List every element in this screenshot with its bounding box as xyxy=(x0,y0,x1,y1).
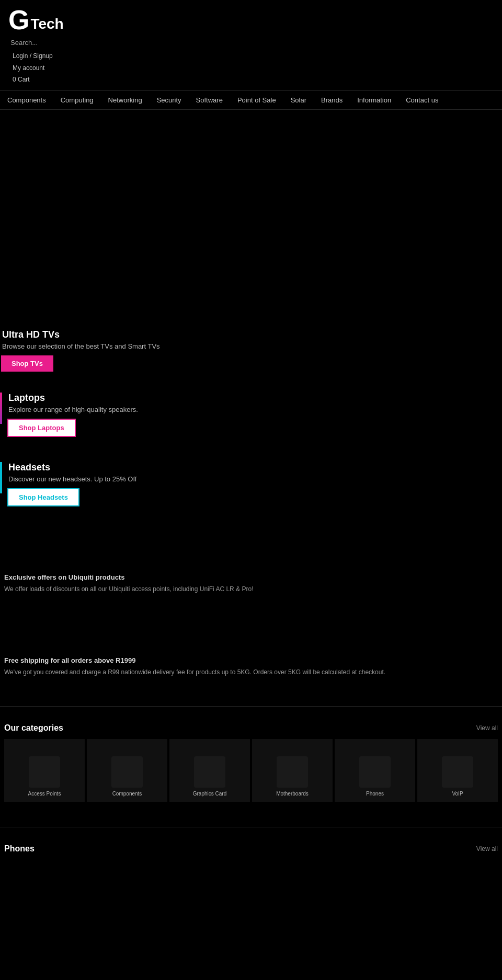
category-label-access-points: Access Points xyxy=(28,791,61,797)
nav-software[interactable]: Software xyxy=(189,94,230,106)
category-label-graphics-card: Graphics Card xyxy=(193,791,226,797)
category-voip[interactable]: VoIP xyxy=(417,739,498,802)
category-icon-voip xyxy=(442,756,473,788)
category-graphics-card[interactable]: Graphics Card xyxy=(169,739,250,802)
category-icon-access-points xyxy=(29,756,60,788)
categories-title: Our categories xyxy=(4,723,63,733)
nav-computing[interactable]: Computing xyxy=(53,94,101,106)
hero-banner xyxy=(0,110,502,319)
search-placeholder: Search... xyxy=(10,39,38,47)
promo-tvs-desc: Browse our selection of the best TVs and… xyxy=(1,342,502,350)
info-shipping-text: We've got you covered and charge a R99 n… xyxy=(4,667,498,677)
category-grid: Access Points Components Graphics Card M… xyxy=(4,739,498,802)
divider-2 xyxy=(0,827,502,827)
nav-solar[interactable]: Solar xyxy=(283,94,314,106)
categories-view-all[interactable]: View all xyxy=(476,724,498,732)
category-icon-phones xyxy=(359,756,391,788)
category-icon-motherboards xyxy=(277,756,308,788)
info-section: Exclusive offers on Ubiquiti products We… xyxy=(0,563,502,698)
divider-1 xyxy=(0,706,502,707)
info-image-spacer xyxy=(4,604,498,656)
promo-tvs-title: Ultra HD TVs xyxy=(1,329,502,340)
my-account-link[interactable]: My account xyxy=(13,63,494,74)
nav-contact-us[interactable]: Contact us xyxy=(398,94,446,106)
promo-headsets: Headsets Discover our new headsets. Up t… xyxy=(0,452,502,521)
shop-headsets-button[interactable]: Shop Headsets xyxy=(7,488,79,506)
logo-tech: Tech xyxy=(30,17,63,33)
spacer-1 xyxy=(0,521,502,563)
category-label-components: Components xyxy=(112,791,142,797)
logo-g: G xyxy=(8,6,29,33)
category-motherboards[interactable]: Motherboards xyxy=(252,739,333,802)
info-shipping-title: Free shipping for all orders above R1999 xyxy=(4,656,498,664)
shop-laptops-button[interactable]: Shop Laptops xyxy=(7,419,76,437)
header: G Tech Search... Login / Signup My accou… xyxy=(0,0,502,90)
logo: G Tech xyxy=(8,6,494,33)
category-phones[interactable]: Phones xyxy=(335,739,415,802)
promo-laptops-desc: Explore our range of high-quality speake… xyxy=(7,406,502,413)
products-grid xyxy=(4,860,498,980)
info-ubiquiti-text: We offer loads of discounts on all our U… xyxy=(4,584,498,594)
products-header: Phones View all xyxy=(4,844,498,854)
info-ubiquiti-title: Exclusive offers on Ubiquiti products xyxy=(4,573,498,581)
promo-laptops: Laptops Explore our range of high-qualit… xyxy=(0,382,502,452)
categories-section: Our categories View all Access Points Co… xyxy=(0,715,502,818)
category-components[interactable]: Components xyxy=(87,739,167,802)
category-label-phones: Phones xyxy=(366,791,384,797)
promo-headsets-bar xyxy=(0,462,2,493)
nav-networking[interactable]: Networking xyxy=(101,94,150,106)
promo-laptops-bar xyxy=(0,393,2,424)
promo-laptops-title: Laptops xyxy=(7,393,502,403)
info-card-shipping: Free shipping for all orders above R1999… xyxy=(4,656,498,677)
cart-link[interactable]: 0 Cart xyxy=(13,74,494,86)
shop-tvs-button[interactable]: Shop TVs xyxy=(1,355,53,372)
nav-information[interactable]: Information xyxy=(350,94,398,106)
nav-components[interactable]: Components xyxy=(0,94,53,106)
search-bar[interactable]: Search... xyxy=(8,38,494,48)
promo-headsets-desc: Discover our new headsets. Up to 25% Off xyxy=(7,475,502,483)
category-icon-graphics-card xyxy=(194,756,225,788)
nav-point-of-sale[interactable]: Point of Sale xyxy=(230,94,283,106)
products-title: Phones xyxy=(4,844,35,854)
info-card-ubiquiti: Exclusive offers on Ubiquiti products We… xyxy=(4,573,498,594)
category-label-voip: VoIP xyxy=(452,791,463,797)
promo-headsets-title: Headsets xyxy=(7,462,502,473)
products-section: Phones View all xyxy=(0,836,502,980)
category-icon-components xyxy=(111,756,143,788)
products-view-all[interactable]: View all xyxy=(476,845,498,852)
promo-tvs: Ultra HD TVs Browse our selection of the… xyxy=(0,319,502,382)
nav-brands[interactable]: Brands xyxy=(314,94,350,106)
nav-security[interactable]: Security xyxy=(150,94,189,106)
category-access-points[interactable]: Access Points xyxy=(4,739,85,802)
login-signup-link[interactable]: Login / Signup xyxy=(13,51,494,62)
categories-header: Our categories View all xyxy=(4,723,498,733)
header-links: Login / Signup My account 0 Cart xyxy=(8,51,494,86)
category-label-motherboards: Motherboards xyxy=(276,791,309,797)
main-nav: Components Computing Networking Security… xyxy=(0,90,502,110)
